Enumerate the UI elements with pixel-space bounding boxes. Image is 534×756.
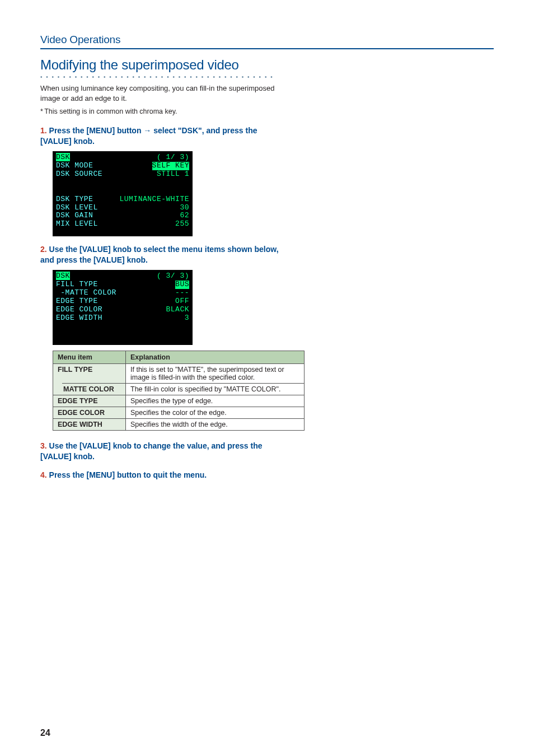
menu-item: EDGE COLOR: [53, 407, 126, 419]
step-number: 1.: [40, 126, 47, 135]
page-title: Modifying the superimposed video: [40, 57, 494, 73]
step-text: Press the [MENU] button to quit the menu…: [49, 470, 207, 479]
step-number: 3.: [40, 441, 47, 450]
table-row: EDGE COLOR Specifies the color of the ed…: [53, 407, 305, 419]
table-row: FILL TYPE If this is set to "MATTE", the…: [53, 363, 305, 383]
menu-item: FILL TYPE: [53, 363, 126, 383]
explanation: Specifies the width of the edge.: [126, 419, 305, 431]
explanation: Specifies the type of edge.: [126, 395, 305, 407]
explanation: Specifies the color of the edge.: [126, 407, 305, 419]
arrow-icon: →: [143, 126, 151, 135]
step-number: 4.: [40, 470, 47, 479]
menu-item: EDGE TYPE: [53, 395, 126, 407]
intro-paragraph: When using luminance key compositing, yo…: [40, 83, 275, 103]
step-4: 4. Press the [MENU] button to quit the m…: [40, 470, 494, 480]
step-3: 3. Use the [VALUE] knob to change the va…: [40, 441, 494, 462]
step-text: Press the [MENU] button: [49, 126, 144, 135]
page-number: 24: [40, 728, 50, 738]
table-row: EDGE TYPE Specifies the type of edge.: [53, 395, 305, 407]
step-2: 2. Use the [VALUE] knob to select the me…: [40, 244, 494, 431]
menu-item: EDGE WIDTH: [53, 419, 126, 431]
menu-table: Menu item Explanation FILL TYPE If this …: [53, 351, 494, 431]
table-header-menu: Menu item: [53, 351, 126, 363]
step-1: 1. Press the [MENU] button → select "DSK…: [40, 125, 494, 236]
step-text: Use the [VALUE] knob to select the menu …: [40, 245, 279, 264]
step-text: Use the [VALUE] knob to change the value…: [40, 441, 263, 461]
table-row: MATTE COLOR The fill-in color is specifi…: [53, 383, 305, 395]
footnote: * This setting is in common with chroma …: [40, 108, 494, 115]
table-header-explanation: Explanation: [126, 351, 305, 363]
step-number: 2.: [40, 245, 47, 254]
table-row: EDGE WIDTH Specifies the width of the ed…: [53, 419, 305, 431]
explanation: The fill-in color is specified by "MATTE…: [126, 383, 305, 395]
menu-item: MATTE COLOR: [63, 385, 114, 393]
section-heading: Video Operations: [40, 34, 494, 49]
explanation: If this is set to "MATTE", the superimpo…: [126, 363, 305, 383]
dotted-rule: • • • • • • • • • • • • • • • • • • • • …: [40, 74, 494, 80]
lcd-screenshot-2: DSK( 3/ 3) FILL TYPEBUS -MATTE COLOR--- …: [53, 270, 193, 345]
lcd-screenshot-1: DSK( 1/ 3) DSK MODESELF KEY DSK SOURCEST…: [53, 151, 193, 236]
